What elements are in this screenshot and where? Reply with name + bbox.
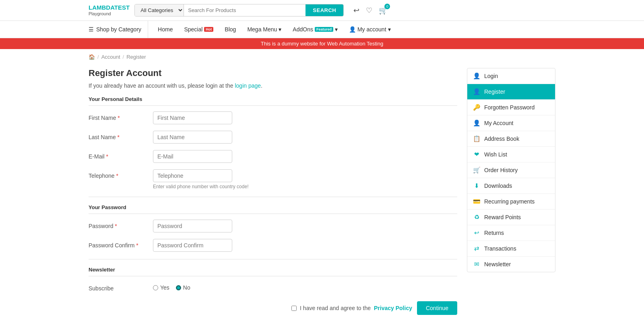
- back-icon[interactable]: ↩: [353, 6, 359, 15]
- subscribe-label: Subscribe: [89, 282, 153, 292]
- promo-banner: This is a dummy website for Web Automati…: [0, 38, 644, 49]
- password-input[interactable]: [153, 220, 232, 232]
- register-form-area: Register Account If you already have an …: [89, 68, 457, 315]
- sidebar-item-address-book[interactable]: 📋 Address Book: [467, 131, 555, 147]
- subscribe-yes-radio[interactable]: [153, 285, 158, 290]
- password-confirm-label: Password Confirm *: [89, 239, 153, 249]
- breadcrumb-register: Register: [126, 54, 146, 60]
- login-icon: 👤: [473, 72, 480, 80]
- subscribe-radio-group: Yes No: [153, 282, 190, 291]
- address-icon: 📋: [473, 135, 480, 142]
- privacy-checkbox[interactable]: [291, 306, 297, 311]
- nav-addons[interactable]: AddOns Featured ▾: [288, 25, 343, 34]
- sidebar-item-wish-list[interactable]: ❤ Wish List: [467, 147, 555, 162]
- nav-special[interactable]: Special Hot: [179, 25, 218, 34]
- search-button[interactable]: SEARCH: [305, 4, 343, 16]
- last-name-group: Last Name *: [89, 131, 457, 144]
- header: LAMBDATEST Playground All Categories SEA…: [0, 0, 644, 21]
- newsletter-section: Newsletter Subscribe Yes No: [89, 267, 457, 292]
- key-icon: 🔑: [473, 104, 480, 111]
- main-content: Register Account If you already have an …: [80, 68, 564, 315]
- sidebar-item-forgotten-password[interactable]: 🔑 Forgotten Password: [467, 100, 555, 115]
- first-name-group: First Name *: [89, 111, 457, 124]
- nav: ☰ Shop by Category Home Special Hot Blog…: [0, 21, 644, 38]
- privacy-policy-link[interactable]: Privacy Policy: [374, 305, 412, 311]
- sidebar-item-newsletter[interactable]: ✉ Newsletter: [467, 257, 555, 272]
- newsletter-icon: ✉: [473, 261, 480, 268]
- page-description: If you already have an account with us, …: [89, 82, 457, 89]
- subscribe-group: Subscribe Yes No: [89, 282, 457, 292]
- telephone-group: Telephone * Enter valid phone number wit…: [89, 169, 457, 189]
- subscribe-no-radio[interactable]: [176, 285, 181, 290]
- nav-mega-menu[interactable]: Mega Menu ▾: [242, 25, 286, 34]
- personal-section-title: Your Personal Details: [89, 96, 457, 106]
- first-name-input[interactable]: [153, 111, 232, 124]
- account-icon: 👤: [473, 119, 480, 127]
- newsletter-divider: [89, 259, 457, 259]
- download-icon: ⬇: [473, 182, 480, 189]
- email-label: E-Mail *: [89, 150, 153, 160]
- header-icons: ↩ ♡ 🛒 0: [353, 6, 388, 15]
- shop-by-category[interactable]: ☰ Shop by Category: [89, 21, 148, 38]
- breadcrumb-home[interactable]: 🏠: [89, 54, 95, 60]
- returns-icon: ↩: [473, 229, 480, 236]
- logo[interactable]: LAMBDATEST Playground: [89, 4, 130, 16]
- nav-home[interactable]: Home: [153, 25, 178, 34]
- cart-icon[interactable]: 🛒 0: [379, 6, 388, 15]
- cart-badge: 0: [384, 4, 390, 9]
- sidebar-item-recurring-payments[interactable]: 💳 Recurring payments: [467, 194, 555, 210]
- subscribe-no-label[interactable]: No: [176, 284, 190, 291]
- shop-by-category-label: Shop by Category: [96, 26, 141, 33]
- search-input[interactable]: [184, 4, 305, 16]
- logo-sub: Playground: [89, 11, 130, 16]
- breadcrumb-account[interactable]: Account: [101, 54, 120, 60]
- last-name-label: Last Name *: [89, 131, 153, 140]
- featured-badge: Featured: [315, 27, 333, 32]
- password-section-title: Your Password: [89, 204, 457, 214]
- reward-icon: ♻: [473, 214, 480, 221]
- page-title: Register Account: [89, 68, 457, 78]
- subscribe-yes-label[interactable]: Yes: [153, 284, 169, 291]
- sidebar-menu: 👤 Login 👤 Register 🔑 Forgotten Password …: [467, 68, 555, 272]
- search-bar: All Categories SEARCH: [134, 4, 344, 16]
- transactions-icon: ⇄: [473, 245, 480, 252]
- telephone-label: Telephone *: [89, 169, 153, 179]
- email-input[interactable]: [153, 150, 232, 163]
- category-select[interactable]: All Categories: [135, 4, 184, 16]
- password-label: Password *: [89, 220, 153, 229]
- email-group: E-Mail *: [89, 150, 457, 163]
- breadcrumb: 🏠 / Account / Register: [80, 54, 564, 60]
- sidebar-item-returns[interactable]: ↩ Returns: [467, 225, 555, 241]
- sidebar: 👤 Login 👤 Register 🔑 Forgotten Password …: [467, 68, 555, 315]
- sidebar-item-downloads[interactable]: ⬇ Downloads: [467, 178, 555, 194]
- sidebar-item-reward-points[interactable]: ♻ Reward Points: [467, 210, 555, 225]
- login-link[interactable]: login page: [235, 82, 261, 89]
- first-name-label: First Name *: [89, 111, 153, 121]
- nav-blog[interactable]: Blog: [220, 25, 241, 34]
- telephone-input[interactable]: [153, 169, 232, 182]
- nav-links: Home Special Hot Blog Mega Menu ▾ AddOns…: [153, 25, 395, 34]
- nav-my-account[interactable]: 👤 My account ▾: [344, 25, 396, 34]
- telephone-hint: Enter valid phone number with country co…: [153, 184, 457, 189]
- recurring-icon: 💳: [473, 198, 480, 205]
- password-confirm-input[interactable]: [153, 239, 232, 252]
- section-divider: [89, 197, 457, 197]
- sidebar-item-login[interactable]: 👤 Login: [467, 68, 555, 84]
- sidebar-item-my-account[interactable]: 👤 My Account: [467, 115, 555, 131]
- order-icon: 🛒: [473, 167, 480, 174]
- sidebar-item-order-history[interactable]: 🛒 Order History: [467, 162, 555, 178]
- continue-button[interactable]: Continue: [417, 301, 457, 315]
- privacy-label[interactable]: I have read and agree to the Privacy Pol…: [291, 305, 412, 311]
- register-icon: 👤: [473, 88, 480, 95]
- password-group: Password *: [89, 220, 457, 232]
- last-name-input[interactable]: [153, 131, 232, 144]
- sidebar-item-register[interactable]: 👤 Register: [467, 84, 555, 100]
- logo-text: LAMBDATEST: [89, 4, 130, 11]
- password-confirm-group: Password Confirm *: [89, 239, 457, 252]
- newsletter-section-title: Newsletter: [89, 267, 457, 276]
- wishlist-icon[interactable]: ♡: [366, 6, 372, 15]
- wishlist-sidebar-icon: ❤: [473, 151, 480, 158]
- continue-row: I have read and agree to the Privacy Pol…: [89, 301, 457, 315]
- hot-badge: Hot: [204, 27, 213, 32]
- sidebar-item-transactions[interactable]: ⇄ Transactions: [467, 241, 555, 257]
